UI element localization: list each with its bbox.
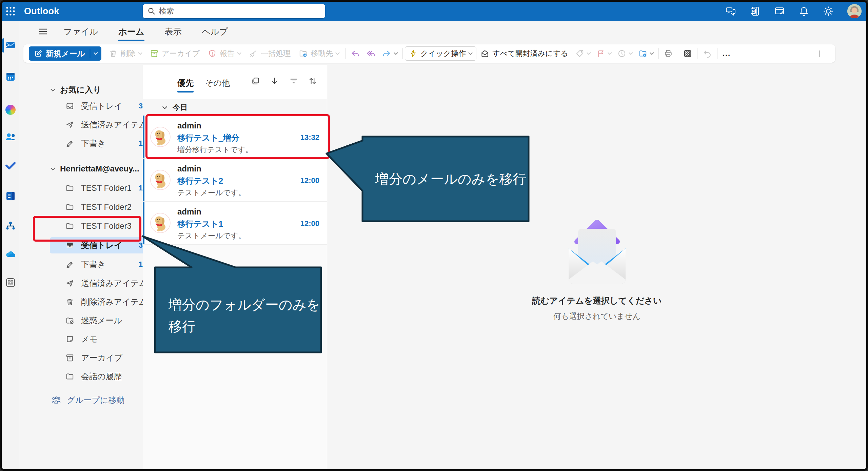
reply-all-button[interactable] <box>363 46 379 61</box>
menu-home[interactable]: ホーム <box>117 23 145 41</box>
sidebar-item-test-folder1[interactable]: TEST Folder1 1 <box>50 180 149 196</box>
more-options-button[interactable]: ... <box>719 46 734 61</box>
rail-org-explorer-icon[interactable] <box>5 220 16 231</box>
onenote-feed-icon[interactable]: N <box>750 6 761 17</box>
reply-button[interactable] <box>348 46 363 61</box>
go-to-groups-link[interactable]: グループに移動 <box>51 395 124 406</box>
move-to-button[interactable]: 移動先 <box>295 46 343 61</box>
hamburger-menu-icon[interactable] <box>36 25 50 38</box>
snooze-button[interactable] <box>614 46 635 61</box>
sidebar-item-inbox-selected[interactable]: 受信トレイ 3 <box>50 237 149 253</box>
empty-state-subtitle: 何も選択されていません <box>553 311 640 322</box>
rules-button[interactable] <box>635 46 656 61</box>
top-bar: Outlook N <box>2 2 866 21</box>
tab-other[interactable]: その他 <box>205 78 230 93</box>
search-input[interactable] <box>159 7 320 16</box>
sidebar-item-test-folder3[interactable]: TEST Folder3 <box>50 218 149 234</box>
mark-all-read-label: すべて開封済みにする <box>492 48 568 59</box>
sidebar-item-deleted[interactable]: 削除済みアイテム <box>50 294 149 310</box>
undo-button[interactable] <box>699 46 715 61</box>
move-to-folder-icon <box>299 49 308 58</box>
menu-view[interactable]: 表示 <box>163 23 183 41</box>
rail-calendar-icon[interactable] <box>5 71 16 82</box>
quick-steps-button[interactable]: クイック操作 <box>405 46 476 61</box>
rail-more-apps-icon[interactable] <box>5 277 16 288</box>
print-button[interactable] <box>661 46 676 61</box>
rail-todo-icon[interactable] <box>5 160 16 171</box>
sidebar-item-sent[interactable]: 送信済みアイテム <box>50 275 149 291</box>
folder-icon <box>65 184 74 192</box>
inbox-icon <box>65 102 74 110</box>
delete-button[interactable]: 削除 <box>105 46 146 61</box>
mail-row-2[interactable]: admin 移行テスト2 テストメールです。 12:00 <box>143 159 327 202</box>
sidebar-item-fav-inbox[interactable]: 受信トレイ 3 <box>50 98 149 114</box>
unread-count: 3 <box>139 241 143 250</box>
chat-icon[interactable] <box>725 6 736 17</box>
outlook-window: Outlook N <box>0 0 868 471</box>
rail-people-icon[interactable] <box>5 131 16 143</box>
unread-count: 1 <box>139 184 143 192</box>
my-day-icon[interactable] <box>774 6 785 17</box>
rail-copilot-icon[interactable] <box>5 104 16 116</box>
tag-button[interactable] <box>572 46 593 61</box>
sidebar-item-junk[interactable]: 迷惑メール <box>50 312 149 329</box>
mail-rows: admin 移行テスト_増分 増分移行テストです。 13:32 <box>143 116 327 245</box>
sidebar-item-fav-drafts[interactable]: 下書き 1 <box>50 135 149 151</box>
report-shield-icon <box>208 49 217 58</box>
archive-button[interactable]: アーカイブ <box>146 46 204 61</box>
rail-onedrive-icon[interactable] <box>5 249 16 261</box>
mail-time: 13:32 <box>300 133 319 142</box>
sender-avatar-dog <box>150 127 171 147</box>
ribbon-collapse-icon[interactable] <box>819 50 820 57</box>
clock-icon <box>617 49 626 58</box>
settings-gear-icon[interactable] <box>823 6 834 17</box>
archive-label: アーカイブ <box>162 48 200 59</box>
new-mail-button[interactable]: 新規メール <box>29 46 101 61</box>
app-launcher-icon[interactable] <box>2 2 19 21</box>
sent-icon <box>65 279 74 288</box>
reply-all-icon <box>366 49 376 58</box>
mail-row-1[interactable]: admin 移行テスト_増分 増分移行テストです。 13:32 <box>143 116 327 159</box>
menu-file[interactable]: ファイル <box>62 23 99 41</box>
drafts-icon <box>65 260 74 269</box>
undo-icon <box>703 49 712 58</box>
rail-mail-icon[interactable] <box>5 39 16 50</box>
menu-help[interactable]: ヘルプ <box>201 23 230 41</box>
view-grid-icon <box>683 49 692 58</box>
sidebar-item-conversation-history[interactable]: 会話の履歴 <box>50 368 149 385</box>
mail-preview: テストメールです。 <box>177 188 246 198</box>
sidebar-item-fav-sent[interactable]: 送信済みアイテム <box>50 117 149 133</box>
new-mail-dropdown[interactable] <box>90 52 101 55</box>
sweep-button[interactable]: 一括処理 <box>245 46 295 61</box>
sidebar-item-archive[interactable]: アーカイブ <box>50 350 149 366</box>
select-messages-icon[interactable] <box>251 76 260 86</box>
new-mail-label: 新規メール <box>46 48 85 59</box>
account-header-label: HenriettaM@aveuy... <box>60 164 139 173</box>
rail-notebook-icon[interactable] <box>5 190 16 202</box>
group-header-today[interactable]: 今日 <box>143 99 327 116</box>
app-title: Outlook <box>24 6 59 17</box>
sort-icon[interactable] <box>308 76 317 86</box>
forward-button[interactable] <box>379 46 400 61</box>
report-button[interactable]: 報告 <box>204 46 245 61</box>
notifications-bell-icon[interactable] <box>798 6 809 17</box>
view-switcher-button[interactable] <box>680 46 695 61</box>
flag-button[interactable] <box>593 46 614 61</box>
account-avatar[interactable] <box>847 4 862 18</box>
mail-row-3[interactable]: admin 移行テスト1 テストメールです。 12:00 <box>143 202 327 245</box>
sidebar-item-notes[interactable]: メモ <box>50 331 149 347</box>
mail-time: 12:00 <box>300 219 319 228</box>
mark-all-read-button[interactable]: すべて開封済みにする <box>476 46 572 61</box>
mark-read-arrow-icon[interactable] <box>270 76 279 86</box>
unread-indicator <box>143 159 144 201</box>
list-tools <box>251 76 317 86</box>
search-box[interactable] <box>143 4 325 18</box>
inbox-filled-icon <box>65 241 74 250</box>
tab-focused[interactable]: 優先 <box>177 78 194 93</box>
filter-icon[interactable] <box>289 76 298 86</box>
account-section-header[interactable]: HenriettaM@aveuy... <box>51 161 149 177</box>
sidebar-item-test-folder2[interactable]: TEST Folder2 <box>50 199 149 215</box>
sidebar-item-drafts[interactable]: 下書き 1 <box>50 256 149 272</box>
more-options-label: ... <box>723 49 731 58</box>
favorites-section-header[interactable]: お気に入り <box>51 82 149 98</box>
